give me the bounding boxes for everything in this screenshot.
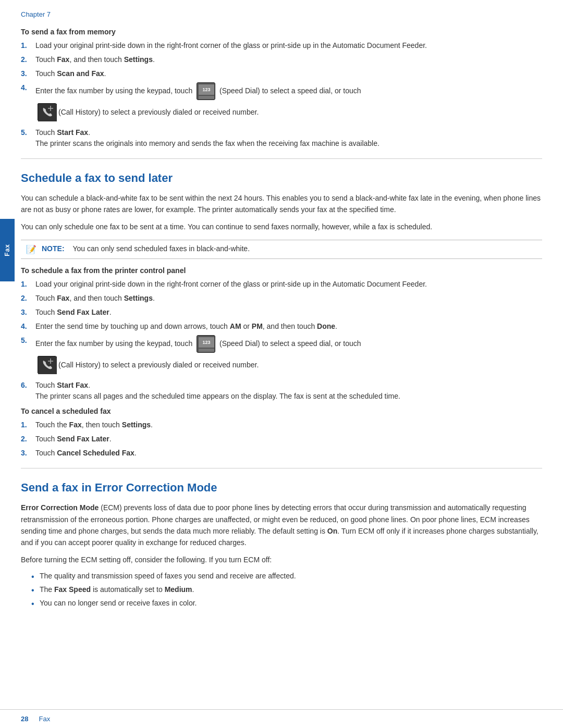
cancel-steps: 1. Touch the Fax, then touch Settings. 2… xyxy=(21,419,542,459)
speed-dial-text: (Speed Dial) to select a speed dial, or … xyxy=(219,87,361,95)
svg-text:123: 123 xyxy=(203,87,211,92)
note-text: You can only send scheduled faxes in bla… xyxy=(72,244,250,253)
step-num-1: 1. xyxy=(21,40,35,51)
note-label: NOTE: xyxy=(42,244,65,253)
sched-step-4: 4. Enter the send time by touching up an… xyxy=(21,321,542,332)
svg-rect-2 xyxy=(199,96,214,99)
step-4: 4. Enter the fax number by using the key… xyxy=(21,82,542,124)
step-4-content: Enter the fax number by using the keypad… xyxy=(35,82,542,124)
main-content: Chapter 7 To send a fax from memory 1. L… xyxy=(21,0,542,728)
bullet-2: The Fax Speed is automatically set to Me… xyxy=(31,584,542,595)
step-5: 5. Touch Start Fax. The printer scans th… xyxy=(21,127,542,149)
sched-step-5-inline: Enter the fax number by using the keypad… xyxy=(35,335,542,353)
call-history-icon-2 xyxy=(38,356,56,374)
svg-rect-9 xyxy=(38,356,57,374)
ecm-heading: Send a fax in Error Correction Mode xyxy=(21,481,542,495)
sched-step-1-content: Load your original print-side down in th… xyxy=(35,279,542,290)
cancel-heading: To cancel a scheduled fax xyxy=(21,407,542,415)
bullet-1: The quality and transmission speed of fa… xyxy=(31,571,542,582)
sched-step-num-1: 1. xyxy=(21,279,35,290)
sched-step-5: 5. Enter the fax number by using the key… xyxy=(21,335,542,377)
sched-step-4-content: Enter the send time by touching up and d… xyxy=(35,321,542,332)
step-num-5: 5. xyxy=(21,127,35,149)
step-num-4: 4. xyxy=(21,82,35,124)
ecm-bold-2: On xyxy=(327,527,337,535)
sched-step-5-text: Enter the fax number by using the keypad… xyxy=(35,339,192,348)
ecm-bold-1: Error Correction Mode xyxy=(21,503,99,512)
call-history-icon xyxy=(38,103,56,121)
sched-step-2: 2. Touch Fax, and then touch Settings. xyxy=(21,293,542,304)
bullet-3: You can no longer send or receive faxes … xyxy=(31,598,542,609)
cancel-step-2-content: Touch Send Fax Later. xyxy=(35,434,542,445)
bullet-1-text: The quality and transmission speed of fa… xyxy=(40,572,296,580)
sched-step-5-content: Enter the fax number by using the keypad… xyxy=(35,335,542,377)
footer-page: 28 xyxy=(21,715,28,723)
sched-step-num-2: 2. xyxy=(21,293,35,304)
step-2-content: Touch Fax, and then touch Settings. xyxy=(35,54,542,65)
sched-call-history-text: (Call History) to select a previously di… xyxy=(58,360,259,371)
sched-step-6-sub: The printer scans all pages and the sche… xyxy=(35,392,400,400)
section-rule-1 xyxy=(21,158,542,159)
sched-call-history-row: (Call History) to select a previously di… xyxy=(35,356,542,374)
cancel-step-num-1: 1. xyxy=(21,419,35,430)
sched-step-num-3: 3. xyxy=(21,307,35,318)
step-4-inline: Enter the fax number by using the keypad… xyxy=(35,82,542,100)
cancel-step-3: 3. Touch Cancel Scheduled Fax. xyxy=(21,448,542,459)
bullet-3-text: You can no longer send or receive faxes … xyxy=(40,599,197,607)
step-num-2: 2. xyxy=(21,54,35,65)
send-memory-steps: 1. Load your original print-side down in… xyxy=(21,40,542,149)
step-5-content: Touch Start Fax. The printer scans the o… xyxy=(35,127,542,149)
step-5-sub: The printer scans the originals into mem… xyxy=(35,139,380,147)
footer-chapter: Fax xyxy=(39,715,50,723)
sched-step-2-content: Touch Fax, and then touch Settings. xyxy=(35,293,542,304)
call-history-row: (Call History) to select a previously di… xyxy=(35,103,542,121)
note-box: 📝 NOTE: You can only send scheduled faxe… xyxy=(21,240,542,259)
sched-speed-dial-text: (Speed Dial) to select a speed dial, or … xyxy=(219,339,361,348)
speed-dial-icon-2: 123 xyxy=(197,335,215,353)
cancel-step-3-content: Touch Cancel Scheduled Fax. xyxy=(35,448,542,459)
sched-step-3: 3. Touch Send Fax Later. xyxy=(21,307,542,318)
step-1: 1. Load your original print-side down in… xyxy=(21,40,542,51)
step-3-content: Touch Scan and Fax. xyxy=(35,68,542,79)
section-rule-2 xyxy=(21,468,542,468)
ecm-bullet-list: The quality and transmission speed of fa… xyxy=(21,571,542,609)
schedule-para-2: You can only schedule one fax to be sent… xyxy=(21,221,542,232)
svg-rect-7 xyxy=(199,349,214,352)
step-4-text: Enter the fax number by using the keypad… xyxy=(35,87,192,95)
ecm-para-1: Error Correction Mode (ECM) prevents los… xyxy=(21,502,542,549)
schedule-steps: 1. Load your original print-side down in… xyxy=(21,279,542,402)
cancel-step-2: 2. Touch Send Fax Later. xyxy=(21,434,542,445)
call-history-text: (Call History) to select a previously di… xyxy=(58,107,259,118)
cancel-step-1: 1. Touch the Fax, then touch Settings. xyxy=(21,419,542,430)
chapter-label: Chapter 7 xyxy=(21,10,542,18)
page-wrapper: Fax Chapter 7 To send a fax from memory … xyxy=(0,0,563,728)
send-from-memory-heading: To send a fax from memory xyxy=(21,28,542,36)
speed-dial-icon: 123 xyxy=(197,82,215,100)
sched-step-num-5: 5. xyxy=(21,335,35,377)
step-1-content: Load your original print-side down in th… xyxy=(35,40,542,51)
cancel-step-num-2: 2. xyxy=(21,434,35,445)
step-num-3: 3. xyxy=(21,68,35,79)
svg-rect-4 xyxy=(38,104,57,121)
schedule-para-1: You can schedule a black-and-white fax t… xyxy=(21,192,542,216)
side-tab: Fax xyxy=(0,219,15,281)
sched-step-num-6: 6. xyxy=(21,380,35,402)
sched-step-num-4: 4. xyxy=(21,321,35,332)
schedule-fax-heading: Schedule a fax to send later xyxy=(21,171,542,185)
ecm-para-2: Before turning the ECM setting off, cons… xyxy=(21,554,542,565)
note-icon: 📝 xyxy=(26,244,36,254)
schedule-subheading: To schedule a fax from the printer contr… xyxy=(21,266,542,275)
svg-text:123: 123 xyxy=(203,340,211,345)
sched-step-1: 1. Load your original print-side down in… xyxy=(21,279,542,290)
side-tab-label: Fax xyxy=(4,244,11,256)
sched-step-3-content: Touch Send Fax Later. xyxy=(35,307,542,318)
cancel-step-1-content: Touch the Fax, then touch Settings. xyxy=(35,419,542,430)
cancel-step-num-3: 3. xyxy=(21,448,35,459)
sched-step-6-content: Touch Start Fax. The printer scans all p… xyxy=(35,380,542,402)
footer: 28 Fax xyxy=(0,709,563,728)
step-2: 2. Touch Fax, and then touch Settings. xyxy=(21,54,542,65)
step-3: 3. Touch Scan and Fax. xyxy=(21,68,542,79)
sched-step-6: 6. Touch Start Fax. The printer scans al… xyxy=(21,380,542,402)
